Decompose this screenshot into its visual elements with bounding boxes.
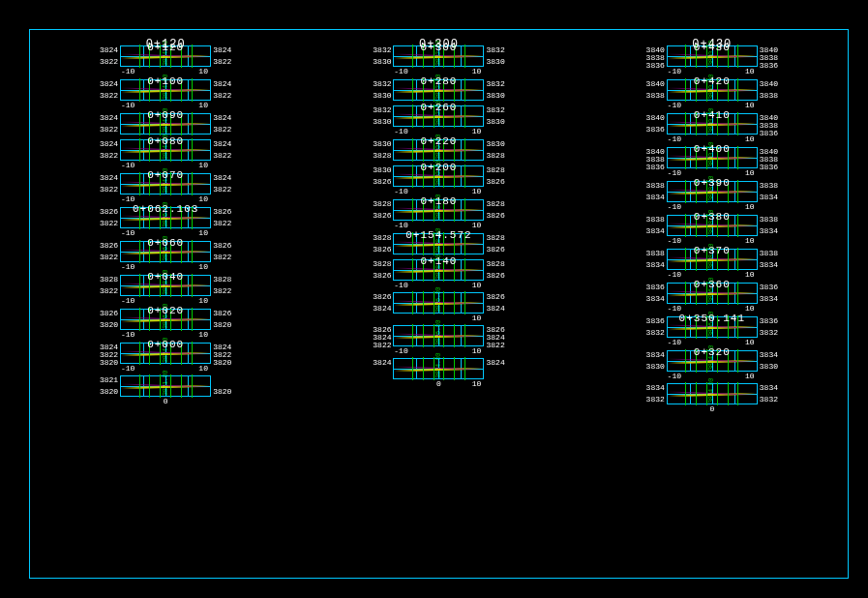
elevation-values: 3826.00	[434, 287, 442, 313]
cross-section: 0+420384038383840.0038403838-1010	[644, 78, 781, 109]
section-box: 3826.00	[393, 292, 484, 314]
cross-section: 0+410384038363840.00384038383836-1010	[644, 112, 781, 143]
y-labels-right: 38243822	[211, 174, 234, 194]
station-label: 0+280	[420, 76, 457, 87]
y-labels-right: 384038383836	[758, 148, 781, 167]
y-labels-right: 38323830	[484, 106, 507, 126]
station-label: 0+360	[694, 280, 731, 290]
profile-column: 0+1200+120382438223824.0038243822-10100+…	[97, 41, 234, 406]
cross-section: 0+060382638223826.0038263822-1010	[97, 240, 234, 271]
station-label: 0+000	[147, 340, 184, 350]
x-labels: 010	[392, 380, 485, 388]
y-labels-right: 38283826	[484, 260, 507, 280]
y-labels-left: 38283826	[370, 234, 393, 254]
cross-section: 0+070382438223824.0038243822-1010	[97, 172, 234, 203]
y-labels-right: 38263822	[211, 242, 234, 261]
x-labels: 0	[119, 398, 212, 405]
cross-section: 38243824.003824010	[370, 358, 507, 388]
y-labels-left: 38363832	[644, 317, 667, 337]
y-labels-left: 38403838	[644, 80, 667, 100]
y-labels-right: 38383834	[758, 216, 781, 235]
section-box: 3834.00	[667, 383, 758, 404]
y-labels-left: 38323830	[370, 46, 393, 66]
station-label: 0+390	[694, 178, 731, 189]
cross-section: 0+4303840383838363840.00384038383836-101…	[644, 45, 781, 75]
profile-column: 0+4300+4303840383838363840.0038403838383…	[644, 41, 781, 414]
y-labels-left: 38343832	[644, 384, 667, 404]
station-label: 0+180	[420, 196, 457, 207]
cross-section: 0+090382438223824.0038243822	[97, 112, 234, 135]
cross-section: 0+220383038283830.0038303828	[370, 138, 507, 162]
section-columns: 0+1200+120382438223824.0038243822-10100+…	[29, 29, 849, 579]
y-labels-left: 38343830	[644, 351, 667, 371]
station-label: 0+380	[694, 212, 731, 223]
cross-section: 0+020382638203826.0038263820-1010	[97, 308, 234, 339]
y-labels-left: 38383834	[644, 182, 667, 201]
station-label: 0+100	[147, 76, 184, 87]
section-row: 382138203821.003820	[97, 375, 234, 397]
cross-section: 3826382438223826.00382638243822-1010	[370, 325, 507, 355]
y-labels-right: 38343830	[758, 351, 781, 371]
y-labels-right: 38343832	[758, 384, 781, 404]
cad-viewport: 0+1200+120382438223824.0038243822-10100+…	[0, 0, 868, 598]
cross-section: 0+370383838343838.0038383834-1010	[644, 248, 781, 279]
section-row: 383438323834.0038343832	[644, 383, 781, 404]
station-label: 0+320	[694, 347, 731, 358]
station-label: 0+120	[147, 43, 184, 53]
station-label: 0+200	[420, 163, 457, 173]
y-labels-left: 382438223820	[97, 344, 120, 363]
section-row: 3826382438223826.00382638243822	[370, 325, 507, 346]
cross-section: 0+320383438303834.0038343830-1010	[644, 349, 781, 380]
station-label: 0+430	[694, 43, 731, 53]
station-label: 0+300	[420, 43, 457, 53]
y-labels-left: 3824	[370, 359, 393, 378]
station-label: 0+140	[420, 256, 457, 267]
y-labels-left: 38403836	[644, 114, 667, 134]
y-labels-right: 38323830	[484, 46, 507, 66]
y-labels-left: 38263822	[97, 242, 120, 261]
elevation-values: 3834.00	[707, 378, 715, 404]
y-labels-right: 3820	[211, 376, 234, 396]
station-label: 0+220	[420, 136, 457, 147]
y-labels-right: 38283822	[211, 276, 234, 295]
y-labels-right: 384038383836	[758, 114, 781, 134]
station-label: 0+062.103	[133, 204, 198, 215]
cross-section: 0+280383238303832.0038323830	[370, 78, 507, 102]
y-labels-right: 38283826	[484, 234, 507, 254]
station-label: 0+350.141	[679, 314, 745, 324]
y-labels-left: 38243822	[97, 46, 120, 66]
y-labels-left: 38363834	[644, 284, 667, 303]
y-labels-left: 38213820	[97, 376, 120, 396]
cross-section: 382638243826.003826382410	[370, 292, 507, 322]
y-labels-right: 38263822	[211, 208, 234, 227]
y-labels-left: 38303828	[370, 140, 393, 160]
cross-section: 0+120382438223824.0038243822-1010	[97, 45, 234, 75]
station-label: 0+410	[694, 110, 731, 121]
section-row: 382638243826.0038263824	[370, 292, 507, 314]
y-labels-right: 38283826	[484, 166, 507, 186]
cross-section: 0+154.572382838263828.0038283826	[370, 232, 507, 255]
cross-section: 0+0003824382238203824.00382438223820-101…	[97, 342, 234, 373]
y-labels-right: 38363834	[758, 284, 781, 303]
cross-section: 0+380383838343838.0038383834-1010	[644, 214, 781, 245]
section-box: 3824.00	[393, 358, 484, 379]
cross-section: 0+100382438223824.0038243822-1010	[97, 78, 234, 109]
cross-section: 383438323834.00383438320	[644, 383, 781, 413]
station-label: 0+420	[694, 76, 731, 87]
station-label: 0+040	[147, 272, 184, 283]
y-labels-left: 38243822	[97, 140, 120, 160]
y-labels-left: 38243822	[97, 114, 120, 134]
cross-section: 0+080382438223824.0038243822-1010	[97, 138, 234, 169]
y-labels-right: 38323830	[484, 80, 507, 100]
y-labels-left: 38263820	[97, 310, 120, 329]
y-labels-left: 38323830	[370, 80, 393, 100]
cross-section: 0+200383038263830.0038283826-1010	[370, 164, 507, 195]
station-label: 0+070	[147, 170, 184, 181]
cross-section: 0+350.141383638323836.0038363832-1010	[644, 315, 781, 346]
y-labels-right: 38303828	[484, 140, 507, 160]
y-labels-right: 38243822	[211, 80, 234, 100]
y-labels-left: 384038383836	[644, 46, 667, 66]
y-labels-right: 382638243822	[484, 326, 507, 345]
station-label: 0+090	[147, 110, 184, 121]
y-labels-left: 38243822	[97, 174, 120, 194]
